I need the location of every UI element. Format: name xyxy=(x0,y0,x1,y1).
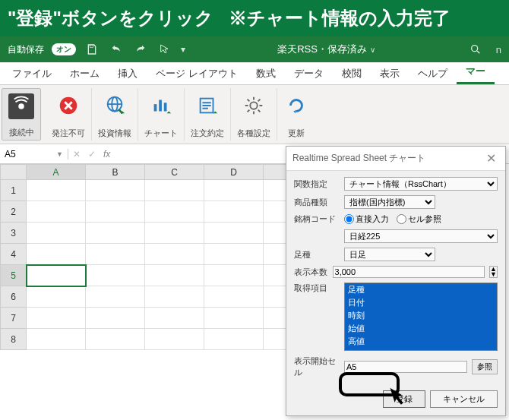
autosave-toggle[interactable]: オン xyxy=(52,43,76,55)
row-header[interactable]: 6 xyxy=(1,286,27,308)
cancel-formula-icon[interactable]: ✕ xyxy=(73,149,81,159)
dialog-title: Realtime Spread Sheet チャート xyxy=(292,152,425,165)
tab-data[interactable]: データ xyxy=(285,62,333,84)
x-circle-icon xyxy=(55,93,81,118)
func-select[interactable]: チャート情報（RssChart） xyxy=(344,177,498,191)
cancel-button[interactable]: キャンセル xyxy=(430,390,498,408)
tab-view[interactable]: 表示 xyxy=(371,62,409,84)
col-header[interactable]: C xyxy=(145,165,204,180)
ribbon-body: 接続中 発注不可 投資情報 チャート 注文約定 各種設定 更新 xyxy=(0,85,509,144)
refresh-button[interactable]: 更新 xyxy=(277,88,315,141)
document-title: 楽天RSS・保存済み ∨ xyxy=(193,43,460,56)
row-header[interactable]: 4 xyxy=(1,244,27,265)
tab-insert[interactable]: 挿入 xyxy=(109,62,147,84)
spinner-icon[interactable]: ▲▼ xyxy=(489,266,498,278)
count-input[interactable] xyxy=(333,266,485,278)
enter-formula-icon[interactable]: ✓ xyxy=(88,149,96,159)
svg-rect-7 xyxy=(159,100,162,112)
order-button[interactable]: 注文約定 xyxy=(185,88,231,141)
svg-rect-6 xyxy=(154,104,157,111)
ribbon-tabs: ファイル ホーム 挿入 ページ レイアウト 数式 データ 校閲 表示 ヘルプ マ… xyxy=(0,62,509,85)
chart-dialog: Realtime Spread Sheet チャート ✕ 関数指定 チャート情報… xyxy=(286,146,506,416)
order-icon xyxy=(194,93,220,118)
instruction-banner: "登録"ボタンをクリック ※チャート情報の入力完了 xyxy=(0,0,509,36)
chart-button[interactable]: チャート xyxy=(138,88,185,141)
connect-button[interactable]: 接続中 xyxy=(2,88,41,141)
type-label: 商品種類 xyxy=(294,197,340,208)
row-header[interactable]: 8 xyxy=(1,329,27,350)
func-label: 関数指定 xyxy=(294,178,340,190)
tab-file[interactable]: ファイル xyxy=(3,62,61,84)
col-header[interactable]: A xyxy=(27,165,86,180)
register-button[interactable]: 登録 xyxy=(383,390,425,408)
col-header[interactable]: D xyxy=(204,165,264,180)
svg-point-1 xyxy=(471,46,477,52)
code-label: 銘柄コード xyxy=(294,213,340,225)
startcell-input[interactable] xyxy=(344,361,467,373)
save-icon[interactable] xyxy=(86,43,98,55)
code-select[interactable]: 日経225 xyxy=(344,229,498,243)
settings-button[interactable]: 各種設定 xyxy=(231,88,277,141)
connect-icon xyxy=(8,93,34,119)
chart-icon xyxy=(148,93,174,118)
ashi-select[interactable]: 日足 xyxy=(344,248,435,261)
active-cell[interactable] xyxy=(27,265,86,286)
banner-right: ※チャート情報の入力完了 xyxy=(229,6,451,30)
col-header[interactable]: B xyxy=(86,165,145,180)
tab-addin[interactable]: マー xyxy=(457,60,495,84)
pointer-icon[interactable] xyxy=(159,43,171,55)
row-header[interactable]: 5 xyxy=(1,265,27,286)
tab-help[interactable]: ヘルプ xyxy=(409,62,457,84)
order-disabled-button[interactable]: 発注不可 xyxy=(46,88,92,141)
svg-point-2 xyxy=(18,103,24,109)
tab-formula[interactable]: 数式 xyxy=(247,62,285,84)
radio-cellref[interactable]: セル参照 xyxy=(397,213,441,225)
autosave-label: 自動保存 xyxy=(8,43,44,56)
select-all-corner[interactable] xyxy=(1,165,27,180)
tab-pagelayout[interactable]: ページ レイアウト xyxy=(147,62,247,84)
undo-icon[interactable] xyxy=(110,43,122,55)
items-label: 取得項目 xyxy=(294,283,340,294)
fx-icon[interactable]: fx xyxy=(103,149,110,159)
banner-left: "登録"ボタンをクリック xyxy=(8,6,213,30)
radio-direct[interactable]: 直接入力 xyxy=(344,213,389,225)
ref-button[interactable]: 参照 xyxy=(472,359,498,374)
row-header[interactable]: 1 xyxy=(1,180,27,201)
close-icon[interactable]: ✕ xyxy=(483,151,499,166)
count-label: 表示本数 xyxy=(294,267,328,278)
redo-icon[interactable] xyxy=(134,43,147,55)
refresh-icon xyxy=(283,93,309,118)
tab-review[interactable]: 校閲 xyxy=(333,62,371,84)
ashi-label: 足種 xyxy=(294,249,340,261)
row-header[interactable]: 2 xyxy=(1,201,27,223)
type-select[interactable]: 指標(国内指標) xyxy=(344,195,435,209)
row-header[interactable]: 7 xyxy=(1,308,27,329)
invest-info-button[interactable]: 投資情報 xyxy=(92,88,138,141)
svg-rect-8 xyxy=(164,103,167,111)
titlebar: 自動保存 オン ▾ 楽天RSS・保存済み ∨ n xyxy=(0,36,509,62)
items-listbox[interactable]: 足種 日付 時刻 始値 高値 安値 終値 出来高 xyxy=(344,283,498,351)
truncated-text: n xyxy=(496,44,501,55)
startcell-label: 表示開始セル xyxy=(294,355,340,378)
svg-point-10 xyxy=(250,102,257,109)
gear-icon xyxy=(241,93,267,118)
tab-home[interactable]: ホーム xyxy=(61,62,109,84)
globe-icon xyxy=(102,93,128,118)
row-header[interactable]: 3 xyxy=(1,223,27,244)
name-box[interactable]: A5▼ xyxy=(0,149,68,159)
search-icon[interactable] xyxy=(469,43,482,55)
